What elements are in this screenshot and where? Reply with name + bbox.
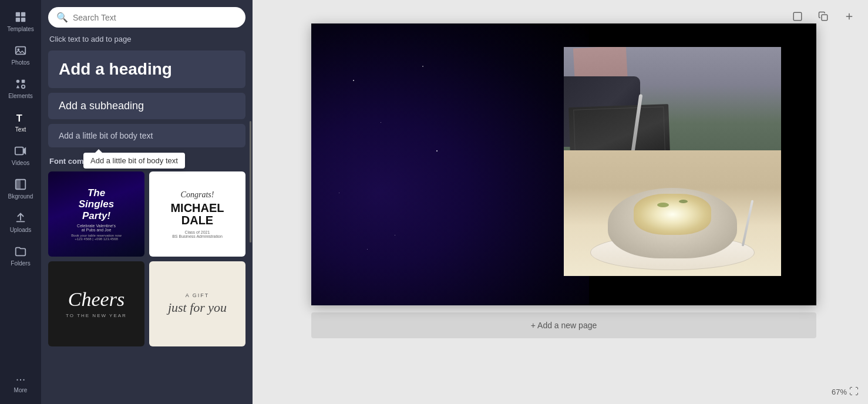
sidebar-background-label: Bkground xyxy=(8,193,33,200)
sidebar-item-templates[interactable]: Templates xyxy=(0,5,41,38)
sidebar-item-elements[interactable]: Elements xyxy=(0,72,41,105)
search-input[interactable] xyxy=(73,13,237,22)
templates-icon xyxy=(14,11,27,23)
svg-rect-2 xyxy=(16,18,20,22)
canvas-toolbar xyxy=(788,7,859,26)
frame-icon xyxy=(792,11,803,22)
more-icon: ··· xyxy=(16,373,26,385)
sidebar-elements-label: Elements xyxy=(8,93,33,99)
sidebar-item-photos[interactable]: Photos xyxy=(0,38,41,72)
sidebar-item-background[interactable]: Bkground xyxy=(0,172,41,206)
font-card-cheers[interactable]: Cheers TO THE NEW YEAR xyxy=(48,261,144,346)
copy-icon xyxy=(818,11,829,22)
star xyxy=(422,66,423,67)
star xyxy=(367,249,368,250)
star xyxy=(353,80,354,81)
photo-food xyxy=(634,194,711,235)
svg-rect-15 xyxy=(16,221,25,223)
background-icon xyxy=(14,178,27,191)
sidebar-item-uploads[interactable]: Uploads xyxy=(0,206,41,239)
svg-rect-1 xyxy=(21,12,25,16)
canvas-area: + Add a new page 67% ⛶ xyxy=(260,0,868,404)
svg-rect-14 xyxy=(16,180,21,190)
add-body-button[interactable]: Add a little bit of body text Add a litt… xyxy=(48,124,245,147)
add-icon xyxy=(844,11,854,22)
copy-button[interactable] xyxy=(814,7,833,26)
sidebar-templates-label: Templates xyxy=(7,26,34,32)
text-icon: T xyxy=(14,111,27,124)
svg-rect-3 xyxy=(21,18,25,22)
font-grid: TheSinglesParty! Celebrate Valentine'sat… xyxy=(41,171,253,346)
zoom-expand-icon[interactable]: ⛶ xyxy=(849,386,859,397)
svg-rect-7 xyxy=(22,80,25,83)
cheers-title: Cheers xyxy=(68,289,125,309)
uploads-icon xyxy=(14,211,27,224)
sidebar-folders-label: Folders xyxy=(11,260,30,267)
galaxy-bg xyxy=(311,23,589,305)
sidebar-photos-label: Photos xyxy=(11,59,29,66)
font-combos-label: Font combinations xyxy=(41,152,253,171)
svg-text:T: T xyxy=(16,113,22,123)
font-card-gift[interactable]: A GIFT just for you xyxy=(149,261,245,346)
singles-extra: Book your table reservation now+123 4568… xyxy=(71,234,122,241)
svg-rect-16 xyxy=(793,12,802,21)
text-panel: 🔍 Click text to add to page Add a headin… xyxy=(41,0,253,404)
svg-rect-17 xyxy=(822,15,827,21)
sidebar-item-folders[interactable]: Folders xyxy=(0,239,41,272)
add-subheading-button[interactable]: Add a subheading xyxy=(48,93,245,119)
font-card-singles[interactable]: TheSinglesParty! Celebrate Valentine'sat… xyxy=(48,171,144,257)
font-card-congrats[interactable]: Congrats! MICHAELDALE Class of 2021BS Bu… xyxy=(149,171,245,257)
singles-sub: Celebrate Valentine'sat Pubs and Joe xyxy=(77,224,116,232)
gift-a: A GIFT xyxy=(186,292,210,298)
sidebar-uploads-label: Uploads xyxy=(10,227,32,233)
congrats-sub: Class of 2021BS Business Administration xyxy=(172,230,223,238)
canvas-photo xyxy=(564,47,781,276)
sidebar-item-more[interactable]: ··· More xyxy=(0,367,41,399)
cheers-sub: TO THE NEW YEAR xyxy=(66,313,127,318)
folders-icon xyxy=(14,245,27,258)
sidebar-item-videos[interactable]: Videos xyxy=(0,139,41,172)
svg-marker-8 xyxy=(16,85,20,89)
svg-rect-0 xyxy=(16,12,20,16)
sidebar-videos-label: Videos xyxy=(12,160,29,166)
star xyxy=(436,150,438,152)
sidebar-more-label: More xyxy=(14,387,28,393)
page-canvas xyxy=(311,23,816,305)
congrats-name: MICHAELDALE xyxy=(170,202,224,227)
svg-point-9 xyxy=(22,85,25,89)
subheading-btn-text: Add a subheading xyxy=(59,100,144,112)
photo-bowl xyxy=(608,188,737,258)
food-garnish xyxy=(657,203,669,207)
star xyxy=(395,235,395,235)
svg-rect-11 xyxy=(15,147,23,155)
sidebar-text-label: Text xyxy=(15,126,26,133)
star xyxy=(381,122,381,123)
add-button[interactable] xyxy=(840,7,859,26)
heading-btn-text: Add a heading xyxy=(59,60,172,78)
frame-button[interactable] xyxy=(788,7,807,26)
photos-icon xyxy=(14,44,27,57)
congrats-greeting: Congrats! xyxy=(181,190,214,200)
zoom-level: 67% xyxy=(832,388,847,396)
body-btn-text: Add a little bit of body text xyxy=(59,131,153,140)
search-bar: 🔍 xyxy=(48,7,245,28)
svg-point-6 xyxy=(16,80,20,83)
singles-title: TheSinglesParty! xyxy=(79,187,114,222)
sidebar: Templates Photos Elements T Text Videos xyxy=(0,0,41,404)
add-page-button[interactable]: + Add a new page xyxy=(311,312,816,338)
add-heading-button[interactable]: Add a heading xyxy=(48,51,245,88)
star xyxy=(339,193,339,193)
click-to-add-label: Click text to add to page xyxy=(41,35,253,51)
videos-icon xyxy=(14,144,27,157)
canvas-scroll[interactable]: + Add a new page xyxy=(260,0,868,404)
search-icon: 🔍 xyxy=(56,12,68,23)
zoom-bar: 67% ⛶ xyxy=(832,386,859,397)
sidebar-item-text[interactable]: T Text xyxy=(0,105,41,139)
elements-icon xyxy=(14,78,27,90)
gift-title: just for you xyxy=(168,301,227,315)
scroll-indicator xyxy=(250,121,251,242)
photo-fork2 xyxy=(742,200,754,246)
food-garnish2 xyxy=(679,200,688,203)
